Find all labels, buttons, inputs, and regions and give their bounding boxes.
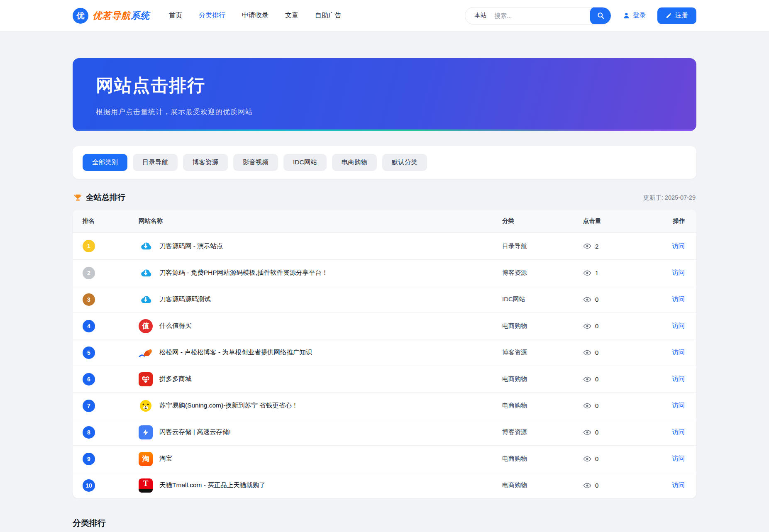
filter-directory-nav[interactable]: 目录导航	[133, 154, 178, 171]
site-category: 电商购物	[502, 481, 583, 489]
site-category: 博客资源	[502, 428, 583, 436]
site-name: 松松网 - 卢松松博客 - 为草根创业者提供网络推广知识	[159, 348, 312, 357]
visit-link[interactable]: 访问	[672, 269, 685, 276]
click-count: 0	[595, 376, 598, 383]
rank-badge: 9	[83, 453, 95, 465]
click-count: 2	[595, 243, 598, 250]
table-row: 4 值什么值得买 电商购物 0 访问	[73, 312, 696, 339]
table-row: 10 T天猫Tmall.com - 买正品上天猫就购了 电商购物 0 访问	[73, 472, 696, 498]
eye-icon	[583, 269, 591, 277]
page-title: 网站点击排行	[96, 74, 673, 97]
site-category: 电商购物	[502, 402, 583, 410]
site-name: 拼多多商城	[159, 375, 192, 383]
site-name: 天猫Tmall.com - 买正品上天猫就购了	[159, 481, 266, 490]
visit-link[interactable]: 访问	[672, 455, 685, 462]
eye-icon	[583, 242, 591, 250]
rank-badge: 5	[83, 347, 95, 359]
search-button[interactable]	[590, 7, 611, 24]
table-row: 5 松松网 - 卢松松博客 - 为草根创业者提供网络推广知识 博客资源 0 访问	[73, 339, 696, 366]
site-category: 博客资源	[502, 269, 583, 277]
visit-link[interactable]: 访问	[672, 481, 685, 488]
eye-icon	[583, 481, 591, 490]
nav-item-self-ads[interactable]: 自助广告	[315, 11, 342, 20]
col-header-category: 分类	[502, 217, 583, 225]
filter-ecommerce[interactable]: 电商购物	[332, 154, 377, 171]
site-category: IDC网站	[502, 295, 583, 303]
trophy-icon	[73, 193, 82, 202]
search-icon	[597, 12, 605, 20]
updated-timestamp: 更新于: 2025-07-29	[643, 194, 696, 202]
click-count: 0	[595, 482, 598, 489]
logo-icon: 优	[73, 8, 88, 24]
filter-video[interactable]: 影音视频	[233, 154, 278, 171]
cloud-download-icon	[139, 266, 153, 280]
rank-badge: 7	[83, 400, 95, 412]
visit-link[interactable]: 访问	[672, 242, 685, 249]
eye-icon	[583, 295, 591, 304]
search-bar: 本站	[465, 7, 611, 24]
visit-link[interactable]: 访问	[672, 322, 685, 329]
hero-banner: 网站点击排行 根据用户点击量统计，展示最受欢迎的优质网站	[73, 58, 696, 131]
search-input[interactable]	[487, 12, 590, 19]
pinduoduo-icon	[139, 372, 153, 386]
taobao-icon: 淘	[139, 452, 153, 466]
nav-item-submit-site[interactable]: 申请收录	[242, 11, 269, 20]
col-header-rank: 排名	[83, 217, 139, 225]
filter-blog-resources[interactable]: 博客资源	[183, 154, 228, 171]
filter-default[interactable]: 默认分类	[382, 154, 427, 171]
nav-item-home[interactable]: 首页	[169, 11, 182, 20]
eye-icon	[583, 322, 591, 330]
visit-link[interactable]: 访问	[672, 428, 685, 435]
site-logo[interactable]: 优 优茗导航系统	[73, 8, 150, 24]
nav-item-category-ranking[interactable]: 分类排行	[199, 11, 225, 20]
visit-link[interactable]: 访问	[672, 349, 685, 356]
rank-badge: 2	[83, 267, 95, 279]
category-filter-bar: 全部类别 目录导航 博客资源 影音视频 IDC网站 电商购物 默认分类	[73, 146, 696, 179]
filter-idc-sites[interactable]: IDC网站	[283, 154, 327, 171]
visit-link[interactable]: 访问	[672, 375, 685, 382]
login-link[interactable]: 登录	[623, 11, 646, 20]
site-category: 目录导航	[502, 242, 583, 250]
login-label: 登录	[633, 11, 646, 20]
click-count: 0	[595, 349, 598, 356]
click-count: 0	[595, 296, 598, 303]
click-count: 0	[595, 455, 598, 462]
table-header: 排名 网站名称 分类 点击量 操作	[73, 210, 696, 233]
tmall-icon: T	[139, 478, 153, 493]
flash-storage-icon	[139, 425, 153, 439]
smzdm-icon: 值	[139, 319, 153, 333]
site-category: 电商购物	[502, 455, 583, 463]
visit-link[interactable]: 访问	[672, 295, 685, 303]
filter-all[interactable]: 全部类别	[83, 154, 127, 171]
click-count: 0	[595, 429, 598, 436]
ranking-section-header: 全站总排行 更新于: 2025-07-29	[73, 192, 696, 203]
site-name: 刀客源码 - 免费PHP网站源码模板,插件软件资源分享平台！	[159, 268, 328, 277]
site-category: 电商购物	[502, 322, 583, 330]
click-count: 1	[595, 269, 598, 276]
site-name: 苏宁易购(Suning.com)-换新到苏宁 省钱更省心！	[159, 401, 298, 410]
table-row: 3 刀客源码源码测试 IDC网站 0 访问	[73, 286, 696, 312]
site-category: 电商购物	[502, 375, 583, 383]
category-ranking-title: 分类排行	[73, 517, 696, 529]
eye-icon	[583, 402, 591, 410]
nav-item-articles[interactable]: 文章	[285, 11, 298, 20]
register-label: 注册	[675, 11, 688, 20]
site-name: 什么值得买	[159, 322, 192, 330]
table-row: 6 拼多多商城 电商购物 0 访问	[73, 366, 696, 392]
register-button[interactable]: 注册	[657, 7, 696, 24]
table-row: 7 苏宁易购(Suning.com)-换新到苏宁 省钱更省心！ 电商购物 0 访…	[73, 392, 696, 419]
songsong-icon	[139, 346, 153, 360]
search-scope-select[interactable]: 本站	[465, 12, 487, 20]
rank-badge: 4	[83, 320, 95, 332]
eye-icon	[583, 375, 591, 383]
suning-icon	[139, 399, 153, 413]
site-name: 刀客源码源码测试	[159, 295, 211, 304]
nav-menu: 首页 分类排行 申请收录 文章 自助广告	[169, 11, 342, 20]
hero-accent-line	[73, 129, 696, 131]
click-count: 0	[595, 402, 598, 409]
eye-icon	[583, 455, 591, 463]
user-icon	[623, 12, 630, 19]
table-row: 8 闪客云存储 | 高速云存储! 博客资源 0 访问	[73, 419, 696, 445]
table-row: 1 刀客源码网 - 演示站点 目录导航 2 访问	[73, 233, 696, 259]
visit-link[interactable]: 访问	[672, 402, 685, 409]
